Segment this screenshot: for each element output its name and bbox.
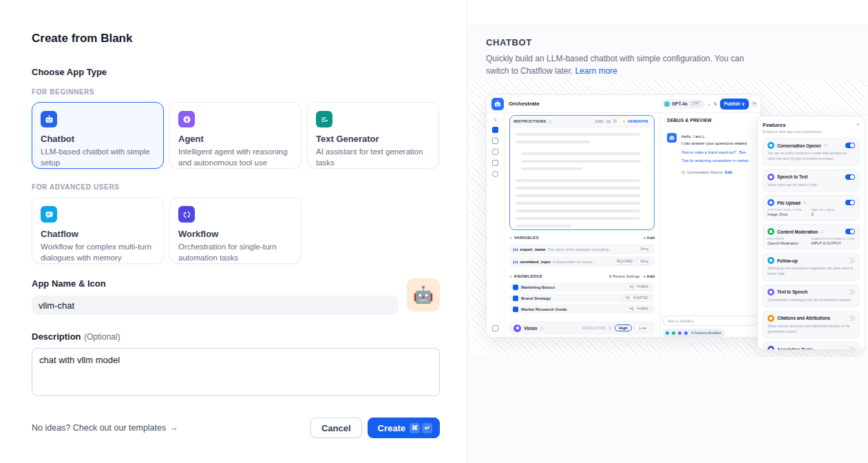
text-generator-icon	[316, 111, 332, 127]
variable-row[interactable]: {x} unrelated_topic A placeholder for to…	[509, 256, 655, 267]
card-chatflow[interactable]: Chatflow Workflow for complex multi-turn…	[32, 197, 164, 264]
dataset-icon	[513, 307, 518, 312]
description-optional-label: (Optional)	[84, 332, 120, 342]
annotation-icon	[768, 346, 774, 350]
citation-icon	[768, 315, 774, 322]
description-textarea[interactable]: chat with vllm model	[32, 348, 440, 396]
model-selector-chip[interactable]: GPT-4o CHAT	[661, 99, 705, 109]
knowledge-row[interactable]: Market Research Guide HQ · HYBRID	[509, 305, 655, 313]
feature-card-speech-to-text: Speech to Text Voice input can be used i…	[763, 169, 860, 192]
beginner-cards-row: Chatbot LLM-based chatbot with simple se…	[32, 102, 440, 169]
card-desc: LLM-based chatbot with simple setup	[41, 147, 155, 168]
card-chatbot[interactable]: Chatbot LLM-based chatbot with simple se…	[32, 102, 164, 169]
instructions-header: INSTRUCTIONS ⓘ 2182 {x} ⎘ ⚡ GENERATE	[510, 116, 654, 127]
shield-icon	[768, 228, 774, 235]
type-badge: String	[637, 258, 651, 265]
card-desc: Orchestration for single-turn automation…	[178, 242, 293, 263]
rail-icon[interactable]	[492, 138, 498, 144]
chevron-down-icon[interactable]: ⌄	[708, 101, 711, 106]
bot-message: Hello, I am L. I can answer your questio…	[681, 134, 760, 164]
add-knowledge-button[interactable]: + Add	[643, 274, 655, 278]
features-panel: Features × Enhance web-app user experien…	[757, 116, 865, 350]
templates-link[interactable]: No ideas? Check out our templates →	[32, 423, 178, 433]
rail-icon[interactable]	[492, 171, 498, 177]
knowledge-row[interactable]: Brand Strategy HQ · INVERTED	[509, 294, 655, 302]
variable-row[interactable]: {x} expert_name The name of the strategi…	[509, 244, 655, 254]
toggle-switch[interactable]	[845, 289, 855, 295]
resolution-high-button[interactable]: High	[615, 325, 632, 331]
model-mode-badge: CHAT	[690, 101, 702, 106]
agent-icon	[178, 111, 195, 127]
rail-icon[interactable]	[492, 149, 498, 155]
model-provider-icon	[664, 101, 670, 107]
suggested-question[interactable]: Tips for analyzing competitors in market	[681, 158, 760, 163]
card-workflow[interactable]: Workflow Orchestration for single-turn a…	[169, 197, 301, 264]
variable-token-icon[interactable]: {x}	[606, 119, 611, 123]
card-name: Chatbot	[41, 134, 155, 144]
generate-button[interactable]: ⚡ GENERATE	[620, 119, 650, 124]
opener-icon	[681, 171, 685, 174]
toggle-switch[interactable]	[845, 229, 855, 234]
toggle-switch[interactable]	[845, 258, 855, 263]
toggle-switch[interactable]	[845, 174, 855, 180]
app-name-input[interactable]	[32, 296, 399, 315]
rail-sliders-icon[interactable]: ⇅	[494, 117, 497, 122]
cancel-button[interactable]: Cancel	[310, 418, 362, 438]
suggested-question[interactable]: How to make a brand stand out? Bes	[681, 150, 760, 155]
rail-bottom-icon[interactable]	[492, 325, 498, 331]
add-variable-button[interactable]: + Add	[643, 236, 655, 240]
chevron-down-icon[interactable]: ∨	[509, 236, 512, 240]
preview-description: Quickly build an LLM-based chatbot with …	[486, 52, 754, 77]
choose-app-type-label: Choose App Type	[32, 67, 440, 77]
close-icon[interactable]: ×	[856, 122, 860, 127]
rail-orchestrate-icon[interactable]	[492, 127, 498, 133]
preview-topbar	[467, 0, 868, 25]
features-enabled-pill[interactable]: 4 Features Enabled	[663, 329, 725, 337]
conversation-opener-row: Conversation Opener Edit	[681, 170, 732, 174]
chat-input[interactable]: Talk to DifyBot	[663, 316, 758, 326]
chatflow-icon	[41, 206, 57, 223]
card-desc: Intelligent agent with reasoning and aut…	[178, 147, 293, 168]
toggle-switch[interactable]	[845, 316, 855, 321]
chevron-down-icon[interactable]: ∨	[509, 274, 512, 278]
toggle-switch[interactable]	[845, 143, 855, 148]
column-divider	[660, 113, 661, 337]
feature-card-annotation-reply: Annotation Reply	[763, 342, 860, 350]
rail-icon[interactable]	[492, 160, 498, 166]
publish-button[interactable]: Publish ∨	[720, 99, 749, 110]
speaker-icon	[768, 289, 774, 296]
vision-setting-row: Vision ⓘ RESOLUTION ⓘ High Low	[509, 321, 655, 335]
knowledge-row[interactable]: Marketing Basics HQ · HYBRID	[509, 282, 655, 291]
app-icon-picker[interactable]: 🤖	[407, 278, 440, 311]
variable-token-icon: {x}	[513, 247, 518, 251]
card-agent[interactable]: Agent Intelligent agent with reasoning a…	[169, 102, 301, 169]
instructions-panel: INSTRUCTIONS ⓘ 2182 {x} ⎘ ⚡ GENERATE	[509, 115, 655, 230]
edit-opener-link[interactable]: Edit	[725, 170, 732, 174]
mock-window-title: Orchestrate	[509, 101, 540, 107]
advanced-group-label: FOR ADVANCED USERS	[32, 183, 440, 191]
create-form-panel: Create from Blank Choose App Type FOR BE…	[0, 0, 467, 463]
feature-card-conversation-opener: Conversation Opener ⓘ You are an entity …	[763, 138, 860, 166]
card-desc: AI assistant for text generation tasks	[316, 147, 430, 168]
create-button[interactable]: Create ⌘ ↵	[368, 418, 440, 438]
info-icon: ⓘ	[548, 119, 551, 123]
follow-up-icon	[768, 257, 774, 264]
history-clock-icon[interactable]: ◷	[752, 101, 756, 107]
learn-more-link[interactable]: Learn more	[575, 66, 617, 76]
resolution-low-button[interactable]: Low	[635, 325, 650, 331]
copy-icon[interactable]: ⎘	[613, 119, 617, 124]
conversation-opener-icon	[768, 142, 774, 149]
debug-preview-title: DEBUG & PREVIEW	[667, 118, 712, 123]
toggle-switch[interactable]	[845, 347, 855, 350]
page-title: Create from Blank	[32, 32, 440, 45]
index-mode-badge: HQ · HYBRID	[626, 284, 651, 290]
toggle-switch[interactable]	[845, 200, 855, 205]
knowledge-section: ∨ KNOWLEDGE ⇅ Rerank Settings + Add Mark…	[509, 271, 655, 313]
params-swap-icon[interactable]: ⇅	[714, 101, 717, 106]
beginners-group-label: FOR BEGINNERS	[32, 88, 440, 96]
token-count: 2182	[595, 119, 603, 123]
mock-app-window: Orchestrate GPT-4o CHAT ⌄ ⇅ Publish ∨	[486, 94, 761, 338]
card-text-generator[interactable]: Text Generator AI assistant for text gen…	[307, 102, 439, 169]
rerank-settings-button[interactable]: ⇅ Rerank Settings	[608, 274, 639, 278]
info-icon: ⓘ	[803, 201, 807, 205]
